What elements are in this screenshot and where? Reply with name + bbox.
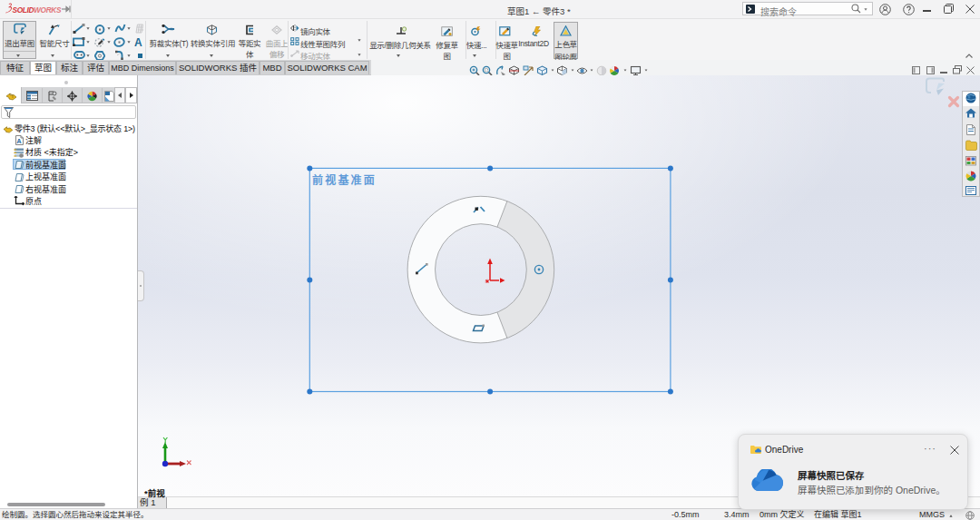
svg-text:SOLIDWORKS: SOLIDWORKS: [13, 5, 62, 15]
svg-text:A: A: [16, 137, 22, 145]
